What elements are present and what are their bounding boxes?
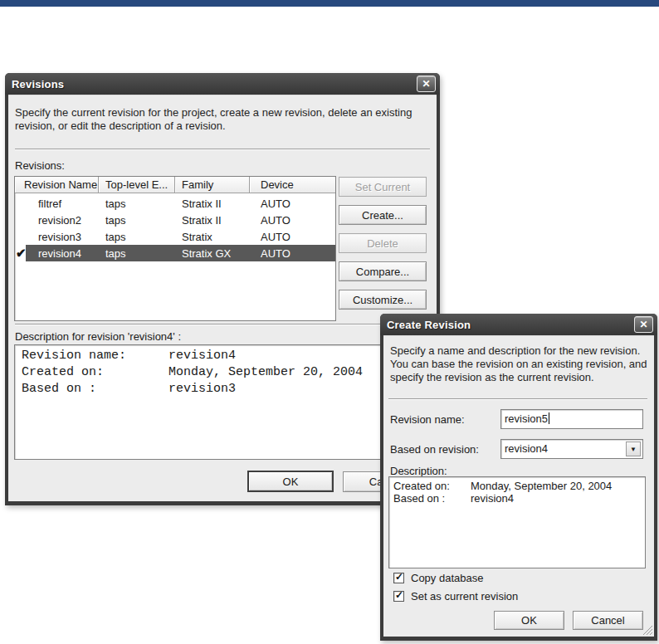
cell-device: AUTO — [250, 231, 335, 243]
create-revision-dialog: Create Revision ✕ Specify a name and des… — [380, 314, 657, 641]
resize-grip-icon[interactable] — [642, 625, 653, 636]
cell-device: AUTO — [250, 247, 335, 260]
description-value: revision4 — [168, 349, 236, 363]
revision-description-box[interactable]: Revision name:revision4 Created on:Monda… — [14, 344, 427, 460]
description-key: Created on: — [22, 364, 168, 381]
separator — [15, 149, 430, 150]
copy-database-label: Copy database — [411, 572, 483, 584]
cell-entity: taps — [99, 247, 175, 260]
create-button[interactable]: Create... — [339, 205, 427, 225]
revisions-list-rows: filtref taps Stratix II AUTO revision2 t… — [15, 193, 335, 261]
cell-family: Stratix II — [175, 214, 250, 227]
compare-button[interactable]: Compare... — [339, 261, 427, 281]
description-line: Created on:Monday, September 20, 2004 — [393, 480, 645, 492]
separator — [15, 324, 430, 325]
description-key: Based on : — [22, 381, 168, 398]
description-key: Created on: — [393, 480, 471, 492]
cell-family: Stratix GX — [175, 247, 250, 260]
revisions-list-label: Revisions: — [15, 159, 65, 172]
description-value: revision4 — [471, 492, 514, 505]
column-header-device[interactable]: Device — [250, 177, 335, 193]
copy-database-checkbox[interactable]: ✓ — [393, 573, 404, 583]
cell-device: AUTO — [250, 198, 335, 210]
cell-revision-name: revision4 — [15, 247, 99, 260]
revisions-dialog-title: Revisions — [12, 78, 417, 90]
cell-family: Stratix II — [175, 198, 250, 210]
close-icon[interactable]: ✕ — [634, 316, 653, 333]
description-value: revision3 — [168, 382, 236, 396]
revisions-intro-text: Specify the current revision for the pro… — [15, 106, 432, 133]
current-revision-check-icon: ✔ — [16, 246, 27, 261]
checkbox-check-icon: ✓ — [395, 589, 403, 601]
cancel-button[interactable]: Cancel — [573, 611, 643, 630]
customize-button[interactable]: Customize... — [339, 290, 427, 310]
cell-entity: taps — [99, 198, 175, 210]
revisions-list-header: Revision Name Top-level E... Family Devi… — [15, 177, 335, 193]
description-value: Monday, September 20, 2004 — [471, 480, 612, 492]
cell-revision-name: filtref — [15, 198, 99, 210]
description-key: Based on : — [393, 492, 471, 505]
description-line: Based on :revision3 — [22, 381, 426, 398]
set-current-checkbox-row[interactable]: ✓ Set as current revision — [393, 590, 518, 602]
description-line: Based on :revision4 — [393, 492, 645, 505]
close-icon[interactable]: ✕ — [417, 76, 436, 92]
description-line: Revision name:revision4 — [22, 348, 426, 364]
cell-device: AUTO — [250, 214, 335, 227]
table-row-selected[interactable]: ✔ revision4 taps Stratix GX AUTO — [15, 245, 335, 261]
description-label: Description for revision 'revision4' : — [15, 330, 181, 343]
create-revision-intro-text: Specify a name and description for the n… — [390, 344, 649, 384]
revisions-dialog: Revisions ✕ Specify the current revision… — [5, 73, 440, 505]
revisions-titlebar[interactable]: Revisions ✕ — [5, 73, 440, 95]
chevron-down-icon[interactable]: ▼ — [626, 442, 641, 456]
cell-entity: taps — [99, 231, 175, 243]
column-header-top-level-entity[interactable]: Top-level E... — [99, 177, 175, 193]
column-header-family[interactable]: Family — [175, 177, 250, 193]
table-row[interactable]: revision3 taps Stratix AUTO — [15, 228, 335, 245]
revisions-list: Revision Name Top-level E... Family Devi… — [14, 176, 336, 321]
description-label: Description: — [390, 465, 447, 477]
revision-name-value: revision5 — [505, 412, 548, 425]
based-on-revision-value: revision4 — [505, 442, 548, 455]
text-cursor — [549, 412, 549, 424]
column-header-revision-name[interactable]: Revision Name — [15, 177, 99, 193]
description-textarea[interactable]: Created on:Monday, September 20, 2004 Ba… — [388, 476, 646, 568]
page-top-accent-bar — [0, 0, 659, 7]
revisions-dialog-body: Specify the current revision for the pro… — [8, 95, 437, 501]
create-revision-dialog-body: Specify a name and description for the n… — [383, 335, 654, 637]
cell-revision-name: revision2 — [15, 214, 99, 227]
delete-button[interactable]: Delete — [339, 233, 427, 253]
cell-family: Stratix — [175, 231, 250, 243]
table-row[interactable]: revision2 taps Stratix II AUTO — [15, 212, 335, 228]
description-line: Created on:Monday, September 20, 2004 — [22, 364, 426, 381]
copy-database-checkbox-row[interactable]: ✓ Copy database — [393, 572, 483, 583]
create-revision-titlebar[interactable]: Create Revision ✕ — [380, 314, 657, 335]
cell-entity: taps — [99, 214, 175, 227]
revision-name-label: Revision name: — [390, 413, 465, 426]
ok-button[interactable]: OK — [247, 471, 334, 492]
description-key: Revision name: — [22, 348, 168, 364]
separator — [388, 398, 647, 400]
checkbox-check-icon: ✓ — [395, 571, 403, 583]
revision-name-input[interactable]: revision5 — [500, 409, 643, 429]
set-current-checkbox[interactable]: ✓ — [393, 591, 404, 602]
ok-button[interactable]: OK — [494, 611, 564, 630]
cell-revision-name: revision3 — [15, 231, 99, 243]
set-current-label: Set as current revision — [411, 590, 518, 603]
description-value: Monday, September 20, 2004 — [168, 365, 363, 379]
based-on-revision-label: Based on revision: — [390, 443, 479, 456]
based-on-revision-select[interactable]: revision4 ▼ — [500, 439, 643, 459]
table-row[interactable]: filtref taps Stratix II AUTO — [15, 195, 335, 212]
set-current-button[interactable]: Set Current — [339, 177, 427, 197]
create-revision-dialog-title: Create Revision — [387, 319, 634, 331]
